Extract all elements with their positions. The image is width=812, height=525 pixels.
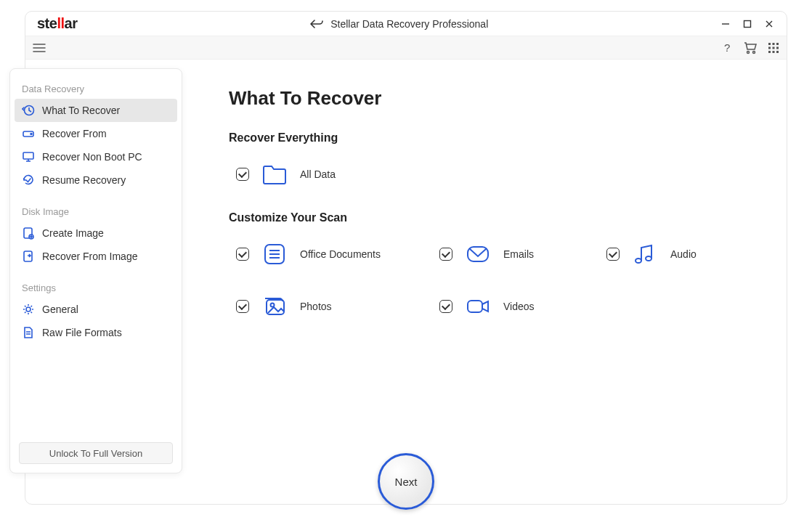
svg-rect-1: [744, 20, 751, 27]
svg-rect-7: [776, 43, 779, 45]
option-label: Emails: [503, 248, 534, 260]
next-button[interactable]: Next: [378, 453, 434, 510]
title-bar: stellar Stellar Data Recovery Profession…: [25, 12, 787, 36]
checkbox-all-data[interactable]: [236, 168, 249, 181]
checkbox-videos[interactable]: [439, 300, 452, 313]
window-title-area: Stellar Data Recovery Professional: [77, 18, 721, 30]
svg-rect-6: [773, 43, 775, 45]
music-note-icon: [630, 239, 660, 269]
svg-rect-5: [768, 43, 771, 45]
minimize-button[interactable]: [721, 20, 730, 28]
option-label: Videos: [503, 301, 535, 312]
option-photos[interactable]: Photos: [236, 291, 389, 322]
svg-point-28: [646, 256, 651, 261]
option-emails[interactable]: Emails: [439, 239, 556, 269]
option-videos[interactable]: Videos: [439, 291, 535, 322]
checkbox-photos[interactable]: [236, 300, 249, 313]
app-logo: stellar: [31, 15, 77, 32]
option-office-documents[interactable]: Office Documents: [236, 239, 389, 269]
main-content: What To Recover Recover Everything All D…: [25, 60, 787, 504]
envelope-icon: [463, 239, 493, 269]
video-camera-icon: [463, 291, 493, 322]
page-title: What To Recover: [229, 87, 758, 110]
app-window: stellar Stellar Data Recovery Profession…: [25, 11, 787, 505]
svg-rect-12: [773, 51, 775, 53]
option-audio[interactable]: Audio: [606, 239, 697, 269]
svg-rect-13: [776, 51, 779, 53]
hamburger-icon[interactable]: [33, 43, 46, 53]
apps-grid-icon[interactable]: [768, 42, 779, 54]
svg-rect-8: [768, 46, 771, 49]
maximize-button[interactable]: [743, 20, 752, 28]
cart-icon[interactable]: [743, 41, 758, 54]
back-arrow-icon[interactable]: [310, 19, 323, 29]
svg-point-30: [271, 304, 275, 307]
help-icon[interactable]: ?: [721, 42, 733, 54]
checkbox-audio[interactable]: [606, 248, 620, 261]
section-customize: Customize Your Scan: [229, 211, 758, 224]
svg-rect-9: [773, 46, 775, 49]
checkbox-office[interactable]: [236, 248, 249, 261]
svg-rect-31: [468, 301, 482, 312]
svg-point-3: [747, 51, 750, 53]
svg-rect-10: [776, 46, 779, 49]
close-button[interactable]: [765, 20, 774, 28]
window-controls: [721, 20, 781, 28]
folder-icon: [259, 159, 290, 190]
section-recover-everything: Recover Everything: [229, 131, 758, 145]
photos-icon: [259, 291, 290, 322]
svg-text:?: ?: [724, 42, 730, 54]
option-all-data[interactable]: All Data: [236, 159, 336, 190]
checkbox-emails[interactable]: [439, 248, 452, 261]
svg-rect-11: [768, 51, 771, 53]
toolbar: ?: [25, 36, 787, 60]
option-label: All Data: [300, 168, 336, 180]
svg-point-27: [636, 259, 641, 263]
option-label: Audio: [670, 248, 697, 260]
document-lines-icon: [259, 239, 290, 269]
option-label: Photos: [300, 301, 332, 312]
svg-point-4: [753, 51, 755, 53]
window-title: Stellar Data Recovery Professional: [330, 18, 488, 30]
option-label: Office Documents: [300, 248, 381, 260]
